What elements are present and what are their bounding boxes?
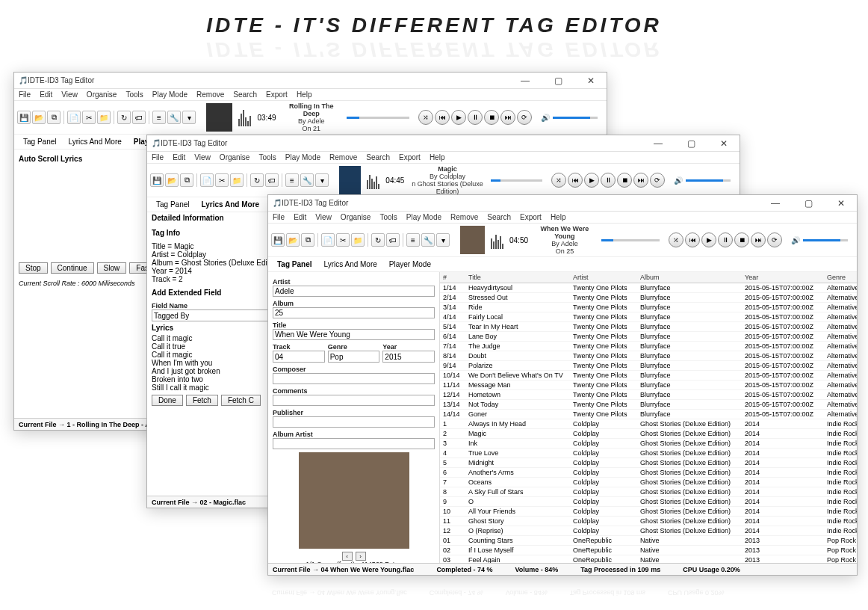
table-row[interactable]: 1/14HeavydirtysoulTwenty One PilotsBlurr… (440, 283, 857, 293)
menu-play-mode[interactable]: Play Mode (152, 90, 187, 99)
play-button[interactable]: ▶ (451, 110, 466, 125)
table-row[interactable]: 10All Your FriendsColdplayGhost Stories … (440, 507, 857, 517)
wrench-icon[interactable]: 🔧 (421, 233, 435, 247)
refresh-icon[interactable]: ↻ (250, 173, 264, 187)
menu-export[interactable]: Export (520, 213, 542, 221)
seek-bar[interactable] (347, 117, 409, 119)
play-button[interactable]: ▶ (701, 232, 716, 247)
refresh-icon[interactable]: ↻ (371, 233, 385, 247)
refresh-icon[interactable]: ↻ (117, 111, 131, 124)
table-row[interactable]: 4/14Fairly LocalTwenty One PilotsBlurryf… (440, 312, 857, 322)
wrench-icon[interactable]: 🔧 (300, 173, 314, 187)
copy-icon[interactable]: ⧉ (180, 173, 193, 187)
album-artist-input[interactable] (273, 438, 435, 449)
col-year[interactable]: Year (742, 272, 824, 283)
stop-button[interactable]: Stop (19, 262, 48, 274)
tracks-table[interactable]: #TitleArtistAlbumYearGenreName 1/14Heavy… (440, 272, 857, 571)
col-num[interactable]: # (440, 272, 465, 283)
cut-icon[interactable]: ✂ (82, 111, 96, 124)
doc-icon[interactable]: 📄 (321, 233, 335, 247)
volume-icon[interactable]: 🔊 (791, 236, 800, 244)
copy-icon[interactable]: ⧉ (301, 233, 314, 247)
table-row[interactable]: 6Another's ArmsColdplayGhost Stories (De… (440, 468, 857, 478)
save-icon[interactable]: 💾 (17, 111, 31, 124)
menu-edit[interactable]: Edit (173, 153, 185, 161)
slow-button[interactable]: Slow (97, 262, 127, 274)
menu-search[interactable]: Search (366, 153, 390, 161)
table-row[interactable]: 11Ghost StoryColdplayGhost Stories (Delu… (440, 517, 857, 526)
cut-icon[interactable]: ✂ (215, 173, 229, 187)
table-row[interactable]: 13/14Not TodayTwenty One PilotsBlurryfac… (440, 400, 857, 410)
menu-view[interactable]: View (315, 213, 332, 221)
menu-tools[interactable]: Tools (258, 153, 276, 161)
dropdown-icon[interactable]: ▾ (315, 173, 329, 187)
repeat-button[interactable]: ⟳ (650, 173, 665, 188)
close-button[interactable]: ✕ (830, 197, 852, 210)
menu-edit[interactable]: Edit (40, 90, 52, 99)
repeat-button[interactable]: ⟳ (767, 232, 782, 247)
menu-search[interactable]: Search (233, 90, 257, 99)
track-input[interactable] (273, 351, 325, 363)
table-row[interactable]: 1Always In My HeadColdplayGhost Stories … (440, 419, 857, 429)
table-row[interactable]: 9OColdplayGhost Stories (Deluxe Edition)… (440, 497, 857, 507)
menu-help[interactable]: Help (297, 90, 312, 99)
done-button[interactable]: Done (152, 395, 183, 406)
menu-export[interactable]: Export (399, 153, 421, 161)
minimize-button[interactable]: — (764, 197, 787, 210)
menu-play-mode[interactable]: Play Mode (285, 153, 320, 161)
table-row[interactable]: 9/14PolarizeTwenty One PilotsBlurryface2… (440, 361, 857, 371)
table-row[interactable]: 7OceansColdplayGhost Stories (Deluxe Edi… (440, 478, 857, 487)
list-icon[interactable]: ≡ (406, 233, 420, 247)
table-row[interactable]: 2/14Stressed OutTwenty One PilotsBlurryf… (440, 293, 857, 303)
minimize-button[interactable]: — (647, 137, 669, 150)
menu-file[interactable]: File (152, 153, 164, 161)
shuffle-button[interactable]: ⤮ (418, 110, 433, 125)
next-button[interactable]: ⏭ (633, 173, 648, 188)
folder-icon[interactable]: 📁 (230, 173, 244, 187)
next-button[interactable]: ⏭ (751, 232, 766, 247)
menu-export[interactable]: Export (266, 90, 288, 99)
publisher-input[interactable] (273, 416, 435, 428)
open-icon[interactable]: 📂 (165, 173, 179, 187)
cover-prev-button[interactable]: ‹ (342, 552, 353, 561)
table-row[interactable]: 10/14We Don't Believe What's On TVTwenty… (440, 371, 857, 381)
fetch-button[interactable]: Fetch (186, 395, 218, 406)
album-input[interactable] (273, 307, 435, 318)
tab-tag-panel[interactable]: Tag Panel (273, 259, 317, 269)
prev-button[interactable]: ⏮ (568, 173, 583, 188)
copy-icon[interactable]: ⧉ (47, 111, 61, 124)
title-input[interactable] (273, 329, 435, 340)
menu-file[interactable]: File (273, 213, 285, 221)
tab-lyrics[interactable]: Lyrics And More (196, 200, 264, 209)
dropdown-icon[interactable]: ▾ (182, 111, 196, 124)
save-icon[interactable]: 💾 (150, 173, 164, 187)
table-row[interactable]: 6/14Lane BoyTwenty One PilotsBlurryface2… (440, 332, 857, 342)
table-row[interactable]: 7/14The JudgeTwenty One PilotsBlurryface… (440, 342, 857, 351)
artist-input[interactable] (273, 286, 435, 297)
menu-file[interactable]: File (19, 90, 31, 99)
comments-input[interactable] (273, 395, 435, 406)
table-row[interactable]: 14/14GonerTwenty One PilotsBlurryface201… (440, 410, 857, 419)
tab-lyrics[interactable]: Lyrics And More (63, 137, 125, 147)
volume-slider[interactable] (803, 239, 848, 241)
menu-tools[interactable]: Tools (125, 90, 143, 99)
tag-icon[interactable]: 🏷 (132, 111, 146, 124)
prev-button[interactable]: ⏮ (435, 110, 450, 125)
menu-remove[interactable]: Remove (329, 153, 357, 161)
close-button[interactable]: ✕ (580, 74, 602, 87)
wrench-icon[interactable]: 🔧 (167, 111, 181, 124)
menu-organise[interactable]: Organise (341, 213, 371, 221)
list-icon[interactable]: ≡ (285, 173, 299, 187)
tab-tag-panel[interactable]: Tag Panel (152, 200, 193, 209)
menu-play-mode[interactable]: Play Mode (406, 213, 441, 221)
stop-button[interactable]: ⏹ (617, 173, 632, 188)
table-row[interactable]: 8/14DoubtTwenty One PilotsBlurryface2015… (440, 351, 857, 361)
stop-button[interactable]: ⏹ (734, 232, 749, 247)
table-row[interactable]: 12O (Reprise)ColdplayGhost Stories (Delu… (440, 526, 857, 536)
menu-view[interactable]: View (194, 153, 211, 161)
menu-remove[interactable]: Remove (196, 90, 224, 99)
next-button[interactable]: ⏭ (500, 110, 515, 125)
continue-button[interactable]: Continue (51, 262, 94, 274)
maximize-button[interactable]: ▢ (547, 74, 569, 87)
table-row[interactable]: 3/14RideTwenty One PilotsBlurryface2015-… (440, 303, 857, 312)
